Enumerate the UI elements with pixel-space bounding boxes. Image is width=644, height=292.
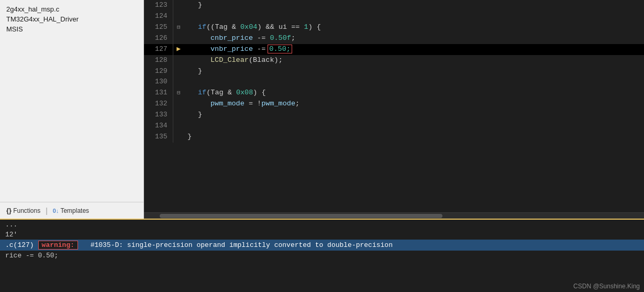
line-arrow xyxy=(173,99,184,110)
bottom-panel: ... 12' .c(127) warning: #1035-D: single… xyxy=(0,219,644,292)
line-number: 126 xyxy=(144,33,173,44)
code-lines[interactable]: 123 } 124 125 ⊟ xyxy=(144,0,644,212)
line-arrow xyxy=(173,77,184,88)
sidebar-item-msp[interactable]: 2g4xx_hal_msp.c xyxy=(0,4,143,14)
line-code: } xyxy=(184,66,644,77)
table-row: 129 } xyxy=(144,66,644,77)
line-code: } xyxy=(184,110,644,121)
line-arrow xyxy=(173,33,184,44)
line-code: pwm_mode = !pwm_mode; xyxy=(184,99,644,110)
sidebar-footer: {} Functions | 0↓ Templates xyxy=(0,202,143,219)
code-container: 123 } 124 125 ⊟ xyxy=(144,0,644,219)
sidebar-item-msis[interactable]: MSIS xyxy=(0,24,143,34)
bottom-line-4: rice -= 0.50; xyxy=(0,251,644,261)
line-arrow xyxy=(173,55,184,66)
line-number: 123 xyxy=(144,0,173,11)
templates-tab[interactable]: 0↓ Templates xyxy=(51,206,91,215)
line-arrow xyxy=(173,0,184,11)
table-row: 132 pwm_mode = !pwm_mode; xyxy=(144,99,644,110)
line-number: 133 xyxy=(144,110,173,121)
line-arrow: ▶ xyxy=(173,44,184,55)
horizontal-scrollbar[interactable] xyxy=(144,212,644,219)
line-code: cnbr_price -= 0.50f; xyxy=(184,33,644,44)
bottom-line-warning: .c(127) warning: #1035-D: single-precisi… xyxy=(0,240,644,251)
sidebar-content: 2g4xx_hal_msp.c TM32G4xx_HAL_Driver MSIS xyxy=(0,0,143,202)
line-number: 132 xyxy=(144,99,173,110)
line-number: 130 xyxy=(144,77,173,88)
line-code xyxy=(184,11,644,22)
line-arrow xyxy=(173,66,184,77)
templates-icon: 0↓ xyxy=(53,208,59,214)
line-code: } xyxy=(184,0,644,11)
line-code: vnbr_price -=0.50; xyxy=(184,44,644,55)
table-row: 128 LCD_Clear(Black); xyxy=(144,55,644,66)
line-code: if(Tag & 0x08) { xyxy=(184,88,644,99)
line-number: 128 xyxy=(144,55,173,66)
line-arrow xyxy=(173,11,184,22)
line-arrow: ⊟ xyxy=(173,88,184,99)
footer-divider: | xyxy=(46,207,48,215)
table-row: 130 xyxy=(144,77,644,88)
watermark: CSDN @Sunshine.King xyxy=(573,283,640,290)
line-arrow: ⊟ xyxy=(173,22,184,33)
table-row: 123 } xyxy=(144,0,644,11)
table-row: 127 ▶ vnbr_price -=0.50; xyxy=(144,44,644,55)
warning-message: #1035-D: single-precision operand implic… xyxy=(82,241,393,249)
functions-tab[interactable]: {} Functions xyxy=(4,206,42,215)
line-number: 129 xyxy=(144,66,173,77)
table-row: 124 xyxy=(144,11,644,22)
functions-icon: {} xyxy=(6,207,12,214)
line-number: 127 xyxy=(144,44,173,55)
templates-label: Templates xyxy=(60,207,89,214)
table-row: 134 xyxy=(144,121,644,132)
bottom-line-2: 12' xyxy=(0,230,644,240)
scrollbar-thumb[interactable] xyxy=(160,214,442,218)
line-number: 134 xyxy=(144,121,173,132)
line-arrow xyxy=(173,110,184,121)
warning-file: .c(127) xyxy=(5,241,34,249)
line-arrow xyxy=(173,121,184,132)
table-row: 135 } xyxy=(144,132,644,143)
line-number: 131 xyxy=(144,88,173,99)
table-row: 133 } xyxy=(144,110,644,121)
line-number: 135 xyxy=(144,132,173,143)
line-number: 124 xyxy=(144,11,173,22)
bottom-line-1: ... xyxy=(0,220,644,230)
line-code: if((Tag & 0x04) && ui == 1) { xyxy=(184,22,644,33)
sidebar-item-driver[interactable]: TM32G4xx_HAL_Driver xyxy=(0,14,143,24)
line-code: LCD_Clear(Black); xyxy=(184,55,644,66)
line-code: } xyxy=(184,132,644,143)
line-number: 125 xyxy=(144,22,173,33)
table-row: 126 cnbr_price -= 0.50f; xyxy=(144,33,644,44)
line-code xyxy=(184,77,644,88)
editor-area: 123 } 124 125 ⊟ xyxy=(144,0,644,219)
table-row: 125 ⊟ if((Tag & 0x04) && ui == 1) { xyxy=(144,22,644,33)
warning-badge: warning: xyxy=(38,241,78,250)
functions-label: Functions xyxy=(13,207,40,214)
sidebar: 2g4xx_hal_msp.c TM32G4xx_HAL_Driver MSIS… xyxy=(0,0,144,219)
line-code xyxy=(184,121,644,132)
code-table: 123 } 124 125 ⊟ xyxy=(144,0,644,143)
line-arrow xyxy=(173,132,184,143)
table-row: 131 ⊟ if(Tag & 0x08) { xyxy=(144,88,644,99)
